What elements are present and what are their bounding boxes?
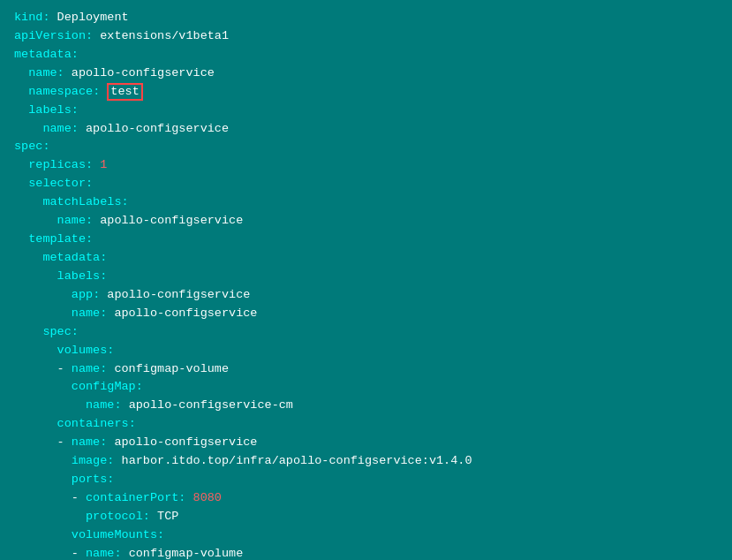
code-token: metadata (14, 251, 100, 264)
code-token: containerPort (86, 491, 178, 504)
code-line: containers: (14, 415, 718, 434)
code-line: matchLabels: (14, 193, 718, 212)
code-line: volumes: (14, 342, 718, 360)
code-token: apollo-configservice (114, 435, 257, 449)
code-token: : (100, 435, 114, 449)
code-token: kind (14, 11, 42, 24)
code-token (14, 491, 72, 504)
code-token: configmap-volume (129, 547, 244, 560)
code-token: apollo-configservice (114, 306, 257, 320)
code-line: - name: apollo-configservice (14, 434, 718, 452)
code-token: spec (14, 325, 72, 338)
code-token: : (114, 398, 128, 412)
code-token: name (72, 362, 100, 375)
code-line: ports: (14, 471, 718, 489)
code-line: namespace: test (14, 83, 718, 102)
code-line: - name: configmap-volume (14, 545, 718, 560)
code-token: image (14, 454, 107, 467)
code-token: : (178, 491, 192, 504)
code-token: volumes (14, 344, 107, 357)
code-line: selector: (14, 175, 718, 193)
code-line: metadata: (14, 46, 718, 64)
code-line: volumeMounts: (14, 526, 718, 545)
code-token: apollo-configservice (72, 66, 215, 79)
code-token: replicas (14, 158, 86, 171)
code-token: : (42, 11, 57, 24)
code-line: app: apollo-configservice (14, 286, 718, 305)
code-token: : (86, 214, 100, 227)
code-token: : (122, 195, 129, 208)
code-token: 1 (100, 158, 107, 171)
code-line: - name: configmap-volume (14, 360, 718, 379)
code-token: - (57, 362, 72, 375)
code-line: name: apollo-configservice (14, 212, 718, 231)
code-token: apollo-configservice (100, 214, 243, 227)
code-token: name (14, 306, 100, 320)
code-token: - (72, 547, 86, 560)
code-token (14, 547, 72, 560)
code-token: containers (14, 417, 129, 430)
code-token: template (14, 232, 86, 246)
code-line: - containerPort: 8080 (14, 489, 718, 508)
highlighted-value: test (107, 83, 142, 101)
code-token (14, 435, 57, 449)
code-token: name (14, 66, 57, 79)
code-token: : (72, 122, 86, 135)
code-token (14, 362, 57, 375)
code-token: : (136, 380, 143, 393)
code-token: name (14, 214, 86, 227)
code-token: : (107, 473, 114, 486)
code-token: : (72, 325, 79, 338)
code-token: harbor.itdo.top/infra/apollo-configservi… (122, 454, 472, 467)
code-token: : (93, 85, 107, 98)
code-line: name: apollo-configservice (14, 305, 718, 323)
code-token: 8080 (193, 491, 222, 504)
code-token: : (129, 417, 136, 430)
code-token: : (100, 362, 114, 375)
code-token: extensions/v1beta1 (100, 29, 229, 42)
code-line: metadata: (14, 249, 718, 268)
code-token: name (14, 122, 72, 135)
code-line: labels: (14, 268, 718, 286)
code-token: : (86, 29, 100, 42)
code-line: template: (14, 231, 718, 249)
code-token: labels (14, 269, 100, 283)
code-token: name (86, 547, 114, 560)
code-token: : (143, 510, 157, 523)
code-line: name: apollo-configservice (14, 120, 718, 139)
code-token: : (100, 306, 114, 320)
code-line: labels: (14, 102, 718, 120)
code-token: apollo-configservice (107, 288, 250, 301)
code-line: spec: (14, 323, 718, 342)
code-token: matchLabels (14, 195, 122, 208)
code-token: TCP (157, 510, 178, 523)
code-token: : (100, 251, 107, 264)
code-line: replicas: 1 (14, 156, 718, 175)
code-token: : (100, 269, 107, 283)
code-line: spec: (14, 138, 718, 156)
code-token: : (86, 232, 93, 246)
code-token: configMap (14, 380, 136, 393)
code-token: spec (14, 140, 42, 153)
code-line: name: apollo-configservice (14, 64, 718, 83)
code-token: apollo-configservice-cm (129, 398, 293, 412)
code-token: : (42, 140, 49, 153)
code-token: : (107, 344, 114, 357)
code-token: : (86, 158, 100, 171)
code-token: : (57, 66, 72, 79)
code-token: Deployment (57, 11, 129, 24)
code-token: labels (14, 103, 72, 117)
code-token: name (14, 398, 114, 412)
code-token: : (157, 528, 164, 541)
code-line: configMap: (14, 378, 718, 397)
code-token: app (14, 288, 93, 301)
code-line: kind: Deployment (14, 9, 718, 27)
code-token: apiVersion (14, 29, 86, 42)
code-line: protocol: TCP (14, 508, 718, 526)
code-token: : (114, 547, 128, 560)
code-line: image: harbor.itdo.top/infra/apollo-conf… (14, 452, 718, 471)
code-token: configmap-volume (114, 362, 229, 375)
code-token: ports (14, 473, 107, 486)
code-token: : (107, 454, 121, 467)
code-token: namespace (14, 85, 93, 98)
